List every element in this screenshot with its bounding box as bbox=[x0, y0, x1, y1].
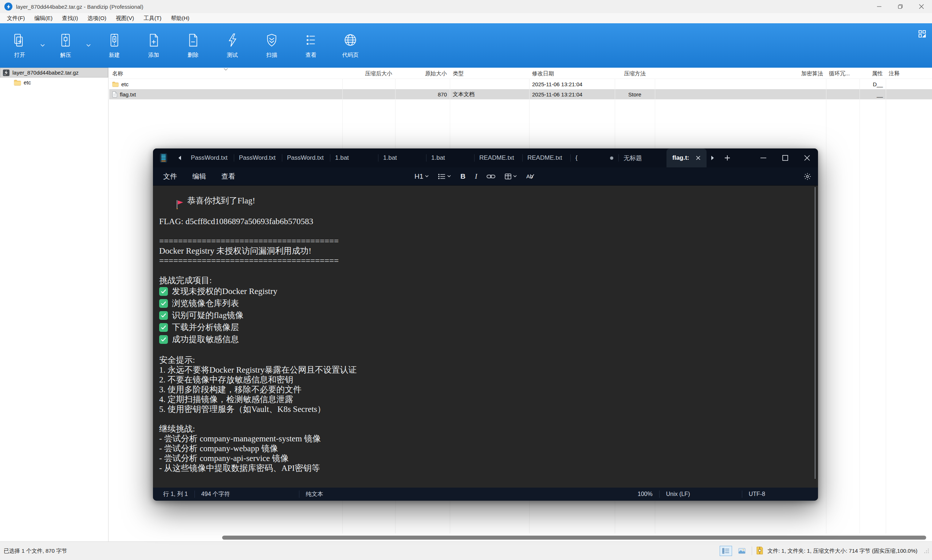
menu-tools[interactable]: 工具(T) bbox=[139, 13, 166, 23]
content-line bbox=[159, 207, 807, 217]
checkbox-checked-icon bbox=[159, 287, 168, 296]
editor-scrollbar[interactable] bbox=[815, 187, 815, 479]
svg-text:Ab: Ab bbox=[526, 173, 533, 179]
content-line-checked: 成功提取敏感信息 bbox=[159, 333, 807, 345]
file-name: etc bbox=[121, 81, 128, 87]
tab-brace[interactable]: { bbox=[570, 148, 619, 168]
content-line: ====================================== bbox=[159, 236, 807, 246]
tab-bat-3[interactable]: 1.bat bbox=[426, 148, 474, 168]
menu-view[interactable]: 视图(V) bbox=[111, 13, 139, 23]
tree-item-root[interactable]: GZ layer_870dd44babe2.tar.gz bbox=[0, 68, 108, 77]
checkbox-checked-icon bbox=[159, 323, 168, 332]
new-archive-button[interactable]: 新建 bbox=[95, 25, 134, 66]
zoom-level[interactable]: 100% bbox=[638, 491, 653, 497]
delete-file-icon bbox=[185, 33, 201, 49]
encoding[interactable]: UTF-8 bbox=[749, 491, 765, 497]
col-modified[interactable]: 修改日期 bbox=[529, 70, 615, 77]
content-line: 4. 定期扫描镜像，检测敏感信息泄露 bbox=[159, 394, 807, 404]
file-original: 870 bbox=[395, 91, 450, 97]
spellcheck-icon[interactable]: Ab bbox=[524, 172, 537, 181]
tab-flag-active[interactable]: flag.t: bbox=[667, 148, 707, 168]
col-crc[interactable]: 循环冗... bbox=[826, 70, 859, 77]
content-line: 安全提示: bbox=[159, 355, 807, 365]
scan-shield-icon bbox=[264, 33, 279, 49]
extract-button[interactable]: 解压 bbox=[49, 25, 82, 66]
tree-item-etc[interactable]: etc bbox=[0, 77, 108, 87]
folder-icon bbox=[112, 82, 119, 87]
col-method[interactable]: 压缩方法 bbox=[615, 70, 655, 77]
add-button[interactable]: 添加 bbox=[134, 25, 173, 66]
heading-dropdown[interactable]: H1 bbox=[412, 171, 431, 182]
restore-button[interactable] bbox=[890, 0, 911, 13]
tab-readme-1[interactable]: README.txt bbox=[474, 148, 522, 168]
table-row-etc[interactable]: etc 2025-11-06 13:21:04 D__ bbox=[109, 79, 932, 89]
col-encryption[interactable]: 加密算法 bbox=[655, 70, 826, 77]
bandizip-titlebar: layer_870dd44babe2.tar.gz - Bandizip (Pr… bbox=[0, 0, 932, 13]
col-original[interactable]: 原始大小 bbox=[395, 70, 450, 77]
content-line bbox=[159, 414, 807, 424]
resize-grip[interactable] bbox=[924, 548, 929, 554]
table-row-flag[interactable]: flag.txt 870 文本文档 2025-11-06 13:21:04 St… bbox=[109, 89, 932, 99]
col-type[interactable]: 类型 bbox=[450, 70, 529, 77]
content-line-checked: 下载并分析镜像层 bbox=[159, 321, 807, 333]
editor-close-button[interactable] bbox=[796, 148, 818, 168]
checkbox-checked-icon bbox=[159, 335, 168, 344]
menu-edit[interactable]: 编辑(E) bbox=[29, 13, 57, 23]
menu-file[interactable]: 文件(F) bbox=[2, 13, 29, 23]
list-dropdown[interactable] bbox=[436, 172, 453, 181]
new-tab-button[interactable] bbox=[719, 155, 736, 161]
link-icon[interactable] bbox=[485, 172, 497, 180]
tab-password-1[interactable]: PassWord.txt bbox=[186, 148, 234, 168]
content-line-checked: 发现未授权的Docker Registry bbox=[159, 285, 807, 297]
extract-dropdown[interactable] bbox=[82, 25, 95, 66]
tab-bat-1[interactable]: 1.bat bbox=[330, 148, 378, 168]
col-compressed[interactable]: 压缩后大小 bbox=[343, 70, 395, 77]
char-count: 494 个字符 bbox=[201, 491, 292, 498]
cursor-position: 行 1, 列 1 bbox=[163, 491, 188, 498]
menu-options[interactable]: 选项(O) bbox=[83, 13, 111, 23]
close-button[interactable] bbox=[911, 0, 932, 13]
table-dropdown[interactable] bbox=[503, 172, 519, 181]
line-ending[interactable]: Unix (LF) bbox=[666, 491, 735, 497]
content-line: - 尝试分析 company-webapp 镜像 bbox=[159, 443, 807, 453]
menu-find[interactable]: 查找(I) bbox=[57, 13, 83, 23]
tab-password-3[interactable]: PassWord.txt bbox=[282, 148, 330, 168]
editor-content[interactable]: 恭喜你找到了Flag! FLAG: d5cff8cd1086897a50693f… bbox=[153, 186, 818, 488]
italic-button[interactable]: I bbox=[473, 171, 479, 182]
minimize-button[interactable] bbox=[869, 0, 890, 13]
editor-menu-file[interactable]: 文件 bbox=[163, 172, 177, 181]
menu-help[interactable]: 帮助(H) bbox=[166, 13, 194, 23]
tab-bat-2[interactable]: 1.bat bbox=[378, 148, 426, 168]
open-dropdown[interactable] bbox=[36, 25, 49, 66]
tab-scroll-right-icon[interactable] bbox=[707, 155, 719, 160]
settings-gear-icon[interactable] bbox=[804, 172, 812, 180]
open-button[interactable]: 打开 bbox=[3, 25, 36, 66]
editor-maximize-button[interactable] bbox=[774, 148, 796, 168]
col-attr[interactable]: 属性 bbox=[859, 70, 886, 77]
test-button[interactable]: 测试 bbox=[213, 25, 252, 66]
editor-menu-view[interactable]: 查看 bbox=[221, 172, 235, 181]
delete-button[interactable]: 删除 bbox=[173, 25, 213, 66]
divider bbox=[194, 491, 195, 498]
tab-untitled[interactable]: 无标题 bbox=[619, 148, 667, 168]
tab-password-2[interactable]: PassWord.txt bbox=[234, 148, 282, 168]
add-file-icon bbox=[146, 33, 161, 49]
scan-button[interactable]: 扫描 bbox=[252, 25, 292, 66]
editor-minimize-button[interactable] bbox=[753, 148, 774, 168]
content-line: ====================================== bbox=[159, 256, 807, 266]
details-view-button[interactable] bbox=[720, 546, 732, 556]
close-tab-icon[interactable] bbox=[696, 155, 701, 160]
toolbar-customize-icon[interactable] bbox=[918, 30, 926, 39]
horizontal-scrollbar[interactable] bbox=[222, 535, 926, 540]
tab-scroll-left-icon[interactable] bbox=[173, 155, 186, 160]
bold-button[interactable]: B bbox=[458, 171, 468, 182]
col-comment[interactable]: 注释 bbox=[886, 70, 932, 77]
tab-readme-2[interactable]: README.txt bbox=[522, 148, 570, 168]
codepage-button[interactable]: 代码页 bbox=[331, 25, 370, 66]
view-button[interactable]: 查看 bbox=[292, 25, 331, 66]
content-line: 恭喜你找到了Flag! bbox=[159, 194, 807, 207]
window-title: layer_870dd44babe2.tar.gz - Bandizip (Pr… bbox=[16, 4, 143, 10]
editor-menu-edit[interactable]: 编辑 bbox=[192, 172, 206, 181]
thumbnail-view-button[interactable] bbox=[736, 546, 748, 556]
divider bbox=[752, 546, 752, 555]
